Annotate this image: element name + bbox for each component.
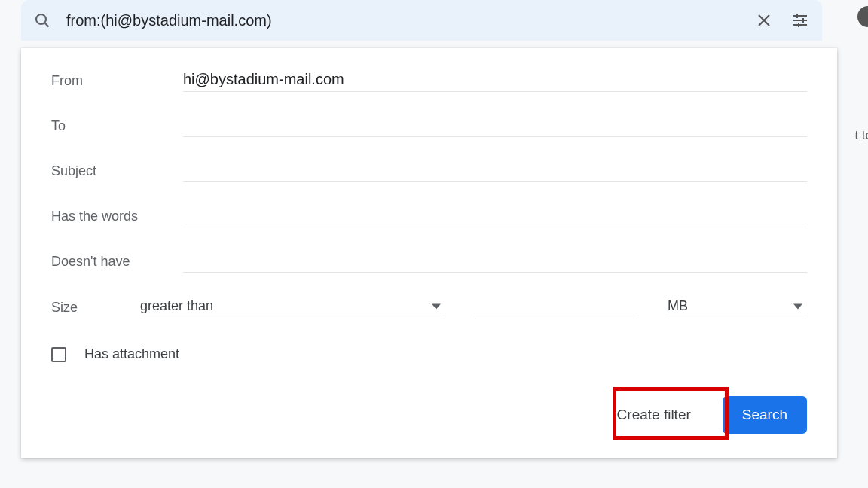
clear-icon[interactable] (754, 11, 774, 30)
size-unit-value: MB (668, 295, 793, 319)
size-unit-select[interactable]: MB (668, 295, 807, 319)
to-field[interactable] (183, 114, 807, 137)
svg-line-1 (44, 23, 48, 26)
has-words-field[interactable] (183, 205, 807, 227)
subject-field[interactable] (183, 160, 807, 182)
has-attachment-checkbox[interactable] (51, 347, 66, 362)
search-options-icon[interactable] (790, 11, 810, 30)
chevron-down-icon (793, 300, 802, 314)
from-field[interactable] (183, 69, 807, 92)
doesnt-have-field[interactable] (183, 250, 807, 273)
search-input[interactable] (51, 11, 754, 30)
svg-point-0 (36, 14, 46, 24)
doesnt-have-label: Doesn't have (51, 254, 183, 273)
from-label: From (51, 73, 183, 92)
subject-label: Subject (51, 163, 183, 182)
search-bar (21, 0, 822, 41)
to-label: To (51, 118, 183, 137)
search-icon[interactable] (33, 11, 51, 29)
size-comparator-select[interactable]: greater than (140, 295, 445, 319)
has-attachment-label: Has attachment (84, 346, 179, 362)
background-text-fragment: t to (854, 128, 868, 143)
chevron-down-icon (432, 300, 441, 314)
size-comparator-value: greater than (140, 295, 432, 319)
avatar[interactable] (857, 6, 868, 27)
size-value-field[interactable] (475, 300, 637, 319)
search-button[interactable]: Search (723, 396, 807, 434)
create-filter-button[interactable]: Create filter (601, 396, 708, 434)
size-value-text (475, 300, 637, 319)
has-words-label: Has the words (51, 209, 183, 227)
filter-panel: From To Subject Has the words Doesn't ha… (21, 48, 837, 458)
size-label: Size (51, 300, 110, 316)
